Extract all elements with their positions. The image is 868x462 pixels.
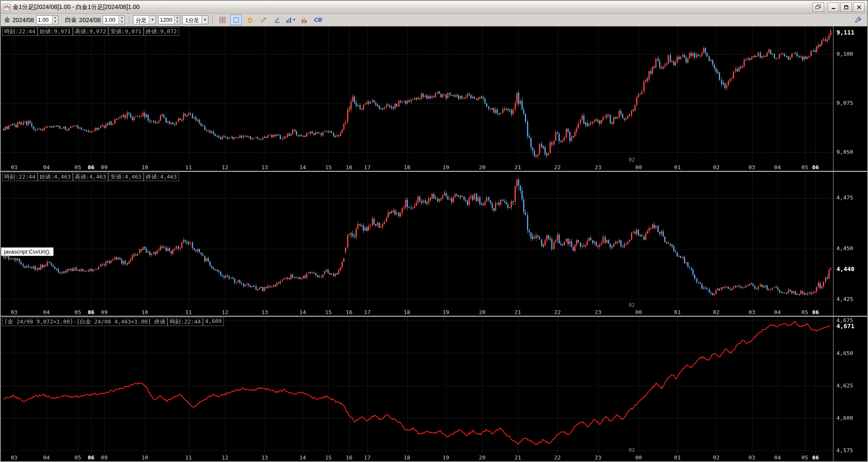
pan-tool-button[interactable] bbox=[244, 14, 255, 25]
hand-icon bbox=[246, 17, 253, 23]
trendline-tool-button[interactable] bbox=[271, 14, 283, 25]
chevron-down-icon[interactable]: ▼ bbox=[149, 16, 156, 24]
time-tick-label: 04 bbox=[43, 309, 50, 315]
spread-info-row: [金 24/08 9,072×1.00]-[白金 24/08 4,463×1.0… bbox=[2, 318, 224, 326]
time-tick-label: 03 bbox=[749, 309, 755, 315]
time-tick-label: 10 bbox=[142, 164, 148, 170]
interval-select[interactable]: 1分足 ▼ bbox=[182, 15, 208, 24]
chevron-down-icon[interactable]: ▼ bbox=[292, 18, 296, 22]
close-button[interactable] bbox=[853, 3, 865, 12]
time-tick-label: 21 bbox=[515, 454, 521, 461]
price-axis-label: 4,575 bbox=[836, 447, 853, 453]
time-tick-label: 00 bbox=[635, 309, 642, 315]
chart-info-item: 4,609 bbox=[203, 318, 224, 326]
grid-chart-icon bbox=[219, 17, 226, 23]
gold-contract-month[interactable]: 2024/08 bbox=[12, 17, 34, 23]
time-tick-label: 05 bbox=[75, 454, 81, 461]
spread-line-canvas[interactable] bbox=[1, 317, 833, 454]
time-tick-label: 17 bbox=[364, 454, 371, 461]
pen-line-icon bbox=[274, 17, 281, 23]
platinum-multiplier-up-button[interactable]: ▲ bbox=[119, 16, 124, 20]
time-tick-label: 15 bbox=[325, 454, 332, 461]
time-tick-label: 16 bbox=[346, 164, 353, 170]
title-bar[interactable]: 金1分足[2024/08]1.00 - 白金1分足[2024/08]1.00 bbox=[1, 1, 867, 14]
bar-count-down-button[interactable]: ▼ bbox=[174, 20, 180, 24]
time-tick-label: 04 bbox=[774, 164, 781, 170]
time-tick-label: 01 bbox=[674, 454, 681, 461]
time-tick-label: 05 bbox=[75, 164, 81, 170]
platinum-price-axis[interactable]: 4,4754,4504,4404,425 bbox=[833, 172, 867, 316]
toolbar-separator bbox=[129, 16, 129, 24]
time-tick-label: 09 bbox=[101, 309, 108, 315]
price-axis-label: 4,625 bbox=[836, 382, 853, 389]
time-tick-label: 13 bbox=[261, 309, 268, 315]
time-tick-label: 09 bbox=[101, 164, 108, 170]
refresh-icon: CB bbox=[314, 17, 322, 23]
time-tick-label: 11 bbox=[185, 164, 192, 170]
time-tick-label: 21 bbox=[515, 309, 521, 315]
chart-info-item: 時刻:22:44 bbox=[2, 173, 38, 181]
time-tick-label: 16 bbox=[346, 454, 353, 461]
time-tick-label: 09 bbox=[101, 454, 108, 461]
chart-info-item: 始値:4,463 bbox=[38, 173, 73, 181]
price-axis-label: 4,425 bbox=[836, 296, 853, 302]
platinum-candlestick-canvas[interactable] bbox=[1, 172, 833, 309]
float-window-button[interactable] bbox=[813, 3, 824, 12]
indicator-chart-button[interactable]: ▼ bbox=[285, 14, 296, 25]
time-tick-label: 13 bbox=[261, 164, 268, 170]
time-tick-label: 06 bbox=[812, 309, 819, 315]
gold-multiplier-spinner[interactable]: 1.00 ▲ ▼ bbox=[36, 15, 58, 24]
gold-plot-area[interactable]: 時刻:22:44始値:9,071高値:9,072安値:9,071終値:9,072… bbox=[1, 26, 833, 171]
platinum-contract-month[interactable]: 2024/08 bbox=[79, 17, 101, 23]
time-tick-label: 05 bbox=[75, 309, 81, 315]
spread-price-axis[interactable]: 4,6754,6714,6504,6254,6004,575 bbox=[833, 317, 867, 461]
minimize-button[interactable] bbox=[827, 3, 839, 12]
chart-info-item: 高値:4,463 bbox=[73, 173, 108, 181]
time-tick-label: 03 bbox=[749, 164, 755, 170]
toolbar: 金 2024/08 1.00 ▲ ▼ 白金 2024/08 1.00 ▲ ▼ 分… bbox=[1, 14, 867, 26]
bar-count-spinner[interactable]: 1200 ▲ ▼ bbox=[158, 15, 180, 24]
time-tick-label: 15 bbox=[325, 309, 332, 315]
time-tick-label: 06 bbox=[88, 164, 95, 170]
gold-multiplier-down-button[interactable]: ▼ bbox=[52, 20, 58, 24]
time-tick-label: 03 bbox=[749, 454, 755, 461]
toolbar-separator bbox=[212, 16, 213, 24]
current-price-label: 4,440 bbox=[836, 266, 854, 272]
time-tick-label: 05 bbox=[801, 164, 808, 170]
time-tick-label: 01 bbox=[674, 309, 681, 315]
gold-candlestick-canvas[interactable] bbox=[1, 26, 833, 164]
price-axis-label: 4,650 bbox=[836, 350, 853, 356]
settings-button[interactable] bbox=[852, 14, 864, 25]
draw-tool-button[interactable] bbox=[258, 14, 269, 25]
chevron-down-icon[interactable]: ▼ bbox=[201, 16, 208, 24]
time-tick-label: 19 bbox=[443, 309, 449, 315]
time-tick-label: 16 bbox=[346, 309, 353, 315]
platinum-multiplier-spinner[interactable]: 1.00 ▲ ▼ bbox=[103, 15, 125, 24]
time-tick-label: 14 bbox=[299, 164, 306, 170]
bar-count-up-button[interactable]: ▲ bbox=[174, 16, 180, 20]
time-tick-label: 23 bbox=[595, 164, 602, 170]
bar-type-select[interactable]: 分足 ▼ bbox=[133, 15, 156, 24]
time-tick-label: 03 bbox=[11, 309, 17, 315]
maximize-button[interactable] bbox=[840, 3, 852, 12]
chart-info-item: 高値:9,072 bbox=[73, 27, 108, 36]
chart-info-item: 安値:9,071 bbox=[108, 27, 144, 36]
spread-plot-area[interactable]: [金 24/08 9,072×1.00]-[白金 24/08 4,463×1.0… bbox=[1, 317, 833, 461]
price-axis-label: 9,100 bbox=[836, 51, 853, 57]
price-axis-label: 4,600 bbox=[836, 415, 853, 421]
selection-tool-button[interactable] bbox=[230, 14, 242, 25]
gold-multiplier-up-button[interactable]: ▲ bbox=[52, 16, 58, 20]
histogram-chart-button[interactable] bbox=[298, 14, 310, 25]
chart-info-item: 終値:9,072 bbox=[144, 27, 179, 36]
chart-info-item: [金 24/08 9,072×1.00]-[白金 24/08 4,463×1.0… bbox=[2, 318, 168, 326]
spread-chart-panel: [金 24/08 9,072×1.00]-[白金 24/08 4,463×1.0… bbox=[1, 316, 867, 461]
time-tick-label: 00 bbox=[635, 164, 642, 170]
platinum-multiplier-down-button[interactable]: ▼ bbox=[119, 20, 124, 24]
time-tick-label: 06 bbox=[812, 164, 819, 170]
refresh-button[interactable]: CB bbox=[312, 14, 324, 25]
gold-price-axis[interactable]: 9,1119,1009,0759,050 bbox=[833, 26, 867, 171]
cascade-window-icon bbox=[816, 5, 821, 9]
time-tick-label: 02 bbox=[713, 164, 720, 170]
platinum-plot-area[interactable]: 時刻:22:44始値:4,463高値:4,463安値:4,463終値:4,463… bbox=[1, 172, 833, 316]
grid-chart-button[interactable] bbox=[217, 14, 228, 25]
